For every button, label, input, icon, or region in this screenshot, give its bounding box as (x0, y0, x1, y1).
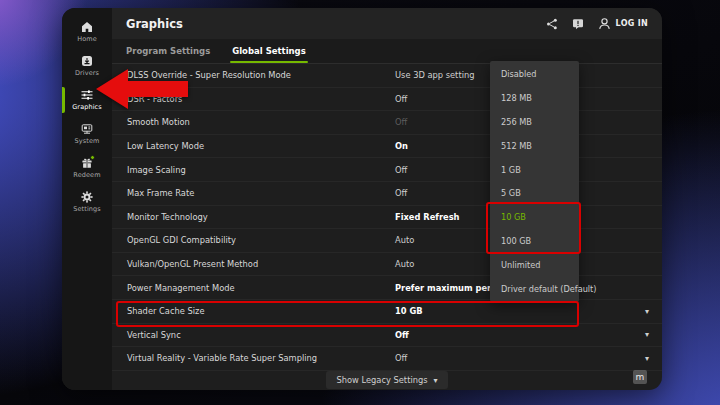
setting-value: Off (395, 188, 407, 198)
download-icon (81, 55, 93, 67)
chevron-down-icon: ▾ (434, 376, 438, 385)
settings-row[interactable]: Low Latency Mode On ▾ (112, 135, 662, 159)
home-icon (81, 21, 93, 33)
redeem-badge-dot (90, 155, 95, 160)
dropdown-option[interactable]: 256 MB (490, 110, 579, 134)
setting-label: Image Scaling (127, 165, 186, 175)
settings-list: DLSS Override - Super Resolution Mode Us… (112, 64, 662, 371)
dropdown-option[interactable]: 1 GB (490, 158, 579, 182)
gift-icon (81, 157, 93, 169)
sidebar-item-label: Drivers (75, 69, 99, 77)
chevron-down-icon[interactable]: ▾ (645, 330, 649, 339)
dropdown-option[interactable]: Disabled (490, 62, 579, 86)
settings-row[interactable]: Vulkan/OpenGL Present Method Auto ▾ (112, 253, 662, 277)
dropdown-option[interactable]: 128 MB (490, 86, 579, 110)
setting-label: Smooth Motion (127, 117, 190, 127)
chevron-down-icon[interactable]: ▾ (645, 307, 649, 316)
settings-row[interactable]: OpenGL GDI Compatibility Auto ▾ (112, 229, 662, 253)
setting-label: DSR - Factors (127, 94, 182, 104)
page-title: Graphics (126, 17, 183, 31)
tab-global-settings[interactable]: Global Settings (232, 46, 306, 63)
dropdown-option[interactable]: Driver default (Default) (490, 277, 579, 301)
setting-label: OpenGL GDI Compatibility (127, 235, 236, 245)
chevron-down-icon[interactable]: ▾ (645, 354, 649, 363)
settings-row[interactable]: Smooth Motion Off ▾ (112, 111, 662, 135)
setting-value: Auto (395, 259, 414, 269)
dropdown-option[interactable]: Unlimited (490, 253, 579, 277)
setting-value: Off (395, 165, 407, 175)
dropdown-option[interactable]: 10 GB (490, 205, 579, 229)
sidebar-item-label: Graphics (72, 103, 102, 111)
sidebar-item-label: Settings (73, 205, 100, 213)
settings-row[interactable]: Image Scaling Off ▾ (112, 158, 662, 182)
screenshot-stage: Home Drivers Graphics (0, 0, 720, 405)
header-actions: LOG IN (546, 17, 648, 30)
setting-value: Off (395, 94, 407, 104)
settings-row[interactable]: Vertical Sync Off ▾ (112, 324, 662, 348)
setting-label: Vertical Sync (127, 330, 181, 340)
login-button[interactable]: LOG IN (598, 17, 648, 30)
page-header: Graphics LOG I (112, 8, 662, 39)
setting-label: Power Management Mode (127, 283, 235, 293)
setting-label: Virtual Reality - Variable Rate Super Sa… (127, 353, 317, 363)
sidebar-item-settings[interactable]: Settings (62, 185, 112, 219)
sliders-icon (81, 89, 93, 101)
tab-bar: Program Settings Global Settings (112, 39, 662, 64)
dropdown-option[interactable]: 5 GB (490, 181, 579, 205)
legacy-button-label: Show Legacy Settings (336, 375, 427, 385)
settings-row[interactable]: Shader Cache Size 10 GB ▾ (112, 300, 662, 324)
sidebar-item-system[interactable]: System (62, 117, 112, 151)
shader-cache-dropdown-menu: Disabled 128 MB 256 MB 512 MB 1 GB 5 GB … (490, 61, 579, 302)
setting-value: Use 3D app setting (395, 70, 474, 80)
sidebar-item-label: System (75, 137, 100, 145)
sidebar-item-redeem[interactable]: Redeem (62, 151, 112, 185)
tab-program-settings[interactable]: Program Settings (126, 46, 210, 63)
setting-label: Monitor Technology (127, 212, 208, 222)
gear-icon (81, 191, 93, 203)
sidebar-item-graphics[interactable]: Graphics (62, 83, 112, 117)
sidebar-item-label: Redeem (73, 171, 100, 179)
active-indicator (62, 87, 65, 113)
setting-value: On (395, 141, 408, 151)
setting-value: Off (395, 353, 407, 363)
dropdown-option[interactable]: 100 GB (490, 229, 579, 253)
sidebar-item-home[interactable]: Home (62, 15, 112, 49)
share-icon[interactable] (546, 17, 559, 30)
sidebar-item-label: Home (77, 35, 97, 43)
legacy-settings-area: Show Legacy Settings ▾ (112, 371, 662, 390)
sidebar: Home Drivers Graphics (62, 8, 112, 390)
dropdown-option[interactable]: 512 MB (490, 134, 579, 158)
settings-row[interactable]: DSR - Factors Off ▾ (112, 88, 662, 112)
setting-label: Vulkan/OpenGL Present Method (127, 259, 258, 269)
setting-label: Shader Cache Size (127, 306, 205, 316)
setting-label: Low Latency Mode (127, 141, 204, 151)
setting-value: Fixed Refresh (395, 212, 460, 222)
settings-row[interactable]: DLSS Override - Super Resolution Mode Us… (112, 64, 662, 88)
system-icon (81, 123, 93, 135)
setting-label: Max Frame Rate (127, 188, 194, 198)
setting-label: DLSS Override - Super Resolution Mode (127, 70, 291, 80)
settings-row[interactable]: Monitor Technology Fixed Refresh ▾ (112, 206, 662, 230)
settings-row[interactable]: Max Frame Rate Off ▾ (112, 182, 662, 206)
notifications-icon[interactable] (572, 17, 585, 30)
setting-value: Auto (395, 235, 414, 245)
setting-value: Off (395, 117, 407, 127)
sidebar-item-drivers[interactable]: Drivers (62, 49, 112, 83)
setting-value: Off (395, 330, 409, 340)
settings-row[interactable]: Virtual Reality - Variable Rate Super Sa… (112, 347, 662, 371)
watermark-badge: m (633, 370, 647, 384)
show-legacy-settings-button[interactable]: Show Legacy Settings ▾ (326, 371, 447, 389)
setting-value: 10 GB (395, 306, 423, 316)
login-label: LOG IN (616, 19, 648, 28)
main-panel: Graphics LOG I (112, 8, 662, 390)
